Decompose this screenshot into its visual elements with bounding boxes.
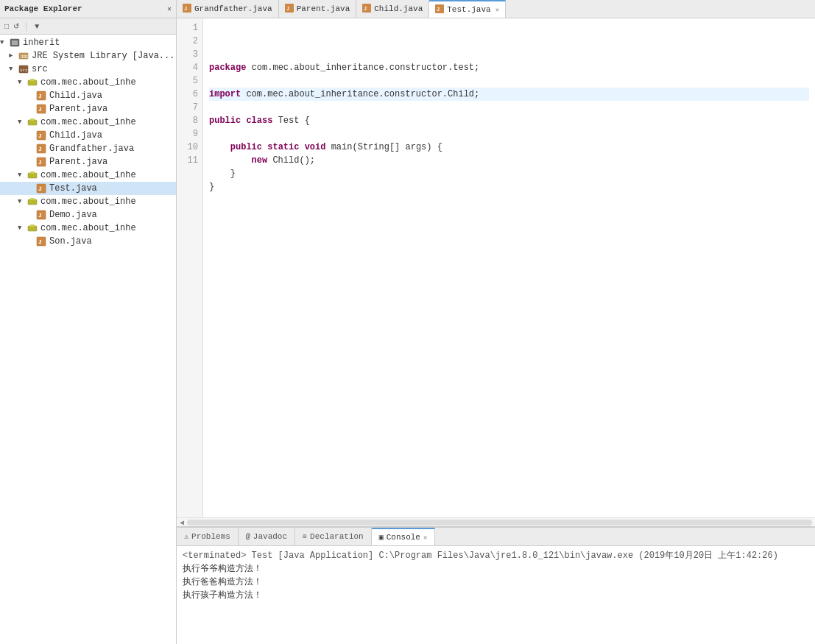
toolbar-separator: | bbox=[24, 21, 29, 32]
child-tab[interactable]: JChild.java bbox=[356, 0, 429, 18]
tree-arrow-pkg3[interactable]: ▼ bbox=[18, 171, 27, 179]
tree-icon-java: J bbox=[35, 90, 47, 102]
tree-label-child1: Child.java bbox=[49, 91, 102, 101]
tree-arrow-pkg5[interactable]: ▼ bbox=[18, 224, 27, 232]
tree-item-pkg3[interactable]: ▼com.mec.about_inhe bbox=[0, 169, 176, 182]
line-num-9: 9 bbox=[180, 127, 198, 141]
tree-arrow-son[interactable] bbox=[27, 238, 35, 245]
line-num-7: 7 bbox=[180, 101, 198, 114]
test-tab[interactable]: JTest.java✕ bbox=[429, 0, 506, 18]
tree-item-pkg5[interactable]: ▼com.mec.about_inhe bbox=[0, 222, 176, 235]
refresh-button[interactable]: ↺ bbox=[12, 22, 21, 30]
parent-tab[interactable]: JParent.java bbox=[279, 0, 357, 18]
tree-label-src: src bbox=[32, 64, 48, 74]
tree-item-child2[interactable]: JChild.java bbox=[0, 129, 176, 142]
line-num-8: 8 bbox=[180, 114, 198, 127]
tree-arrow-src[interactable]: ▼ bbox=[9, 66, 18, 73]
bottom-tab-console-tab[interactable]: ▣Console✕ bbox=[372, 528, 436, 545]
console-terminated-line: <terminated> Test [Java Application] C:\… bbox=[183, 549, 809, 562]
tree-arrow-demo[interactable] bbox=[27, 211, 35, 219]
tree-arrow-inherit[interactable]: ▼ bbox=[0, 39, 9, 46]
code-content[interactable]: package com.mec.about_inheritance.constr… bbox=[203, 18, 815, 517]
tree-label-parent2: Parent.java bbox=[49, 157, 107, 167]
svg-rect-6 bbox=[28, 80, 37, 85]
tree-item-grandfather[interactable]: JGrandfather.java bbox=[0, 142, 176, 155]
tree-arrow-pkg1[interactable]: ▼ bbox=[18, 79, 27, 86]
code-line-11 bbox=[209, 194, 809, 207]
tree-arrow-pkg2[interactable]: ▼ bbox=[18, 118, 27, 126]
tree-arrow-child1[interactable] bbox=[27, 92, 35, 99]
tree-label-son: Son.java bbox=[49, 236, 92, 247]
tree-item-src[interactable]: ▼srcsrc bbox=[0, 63, 176, 76]
bottom-tab-problems-tab[interactable]: ⚠Problems bbox=[177, 528, 239, 545]
console-output-line1: 执行爷爷构造方法！ bbox=[183, 562, 809, 576]
tree-arrow-parent2[interactable] bbox=[27, 158, 35, 166]
tree-label-inherit: inherit bbox=[23, 38, 60, 48]
svg-rect-24 bbox=[28, 199, 37, 205]
tree-item-pkg4[interactable]: ▼com.mec.about_inhe bbox=[0, 195, 176, 208]
tree-arrow-jre[interactable]: ► bbox=[9, 52, 18, 60]
line-num-10: 10 bbox=[180, 141, 198, 154]
tree-item-demo[interactable]: JDemo.java bbox=[0, 208, 176, 222]
bottom-tab-label-javadoc-tab: Javadoc bbox=[253, 532, 287, 541]
bottom-tab-declaration-tab[interactable]: ≡Declaration bbox=[295, 528, 372, 545]
tab-label-grandfather-tab: Grandfather.java bbox=[194, 4, 272, 13]
svg-text:J: J bbox=[286, 6, 289, 12]
tree-icon-java: J bbox=[35, 156, 47, 168]
bottom-tab-label-console-tab: Console bbox=[387, 533, 420, 542]
console-output-line3: 执行孩子构造方法！ bbox=[183, 589, 809, 602]
tree-item-inherit[interactable]: ▼inherit bbox=[0, 36, 176, 49]
svg-text:J: J bbox=[38, 212, 42, 219]
line-num-1: 1 bbox=[180, 21, 198, 35]
line-num-6: 6 bbox=[180, 88, 198, 101]
tree-arrow-grandfather[interactable] bbox=[27, 145, 35, 152]
code-line-5: public class Test { bbox=[209, 114, 809, 127]
tree-item-child1[interactable]: JChild.java bbox=[0, 89, 176, 102]
tree-item-parent2[interactable]: JParent.java bbox=[0, 155, 176, 169]
line-num-4: 4 bbox=[180, 61, 198, 74]
explorer-close-icon[interactable]: ✕ bbox=[167, 4, 172, 13]
scroll-left-arrow[interactable]: ◀ bbox=[180, 518, 184, 527]
editor-panel: JGrandfather.javaJParent.javaJChild.java… bbox=[177, 0, 815, 526]
svg-rect-29 bbox=[30, 224, 35, 227]
tree-arrow-testjava[interactable] bbox=[27, 185, 35, 192]
code-area: 1234567891011 package com.mec.about_inhe… bbox=[177, 18, 815, 517]
tree-icon-java: J bbox=[35, 236, 47, 247]
code-line-9: } bbox=[209, 167, 809, 180]
tab-label-parent-tab: Parent.java bbox=[297, 4, 350, 13]
tree-icon-package bbox=[27, 196, 38, 208]
tree-arrow-pkg4[interactable]: ▼ bbox=[18, 198, 27, 205]
tree-item-pkg1[interactable]: ▼com.mec.about_inhe bbox=[0, 76, 176, 89]
file-tree: ▼inherit►JREJRE System Library [Java...▼… bbox=[0, 35, 176, 644]
scroll-bar-track[interactable] bbox=[187, 520, 812, 526]
tree-item-pkg2[interactable]: ▼com.mec.about_inhe bbox=[0, 116, 176, 129]
horizontal-scrollbar[interactable]: ◀ bbox=[177, 517, 815, 526]
tree-label-grandfather: Grandfather.java bbox=[49, 144, 134, 154]
bottom-tab-javadoc-tab[interactable]: @Javadoc bbox=[239, 528, 295, 545]
tree-label-pkg4: com.mec.about_inhe bbox=[40, 197, 136, 207]
tree-icon-project bbox=[9, 37, 21, 49]
explorer-header: Package Explorer ✕ bbox=[0, 0, 176, 18]
bottom-tab-close-console-tab[interactable]: ✕ bbox=[423, 534, 427, 542]
tree-icon-java: J bbox=[35, 103, 47, 115]
tab-label-child-tab: Child.java bbox=[374, 4, 423, 13]
tab-close-test-tab[interactable]: ✕ bbox=[495, 6, 499, 14]
view-menu-button[interactable]: ▼ bbox=[32, 22, 42, 30]
tree-label-testjava: Test.java bbox=[49, 183, 97, 194]
code-editor[interactable]: 1234567891011 package com.mec.about_inhe… bbox=[177, 18, 815, 517]
grandfather-tab[interactable]: JGrandfather.java bbox=[177, 0, 279, 18]
tree-item-testjava[interactable]: JTest.java bbox=[0, 182, 176, 195]
tree-item-parent1[interactable]: JParent.java bbox=[0, 102, 176, 116]
tree-arrow-child2[interactable] bbox=[27, 132, 35, 139]
tree-arrow-parent1[interactable] bbox=[27, 105, 35, 113]
code-line-3: import com.mec.about_inheritance.constru… bbox=[209, 88, 809, 101]
collapse-all-button[interactable]: □ bbox=[3, 22, 10, 30]
tab-label-test-tab: Test.java bbox=[447, 5, 490, 14]
tree-icon-package bbox=[27, 116, 38, 128]
tree-item-jre[interactable]: ►JREJRE System Library [Java... bbox=[0, 49, 176, 63]
tree-icon-jre: JRE bbox=[18, 50, 29, 62]
tree-item-son[interactable]: JSon.java bbox=[0, 235, 176, 248]
svg-text:J: J bbox=[437, 7, 440, 13]
bottom-tab-icon-problems-tab: ⚠ bbox=[184, 532, 188, 541]
tree-icon-src: src bbox=[18, 63, 29, 75]
